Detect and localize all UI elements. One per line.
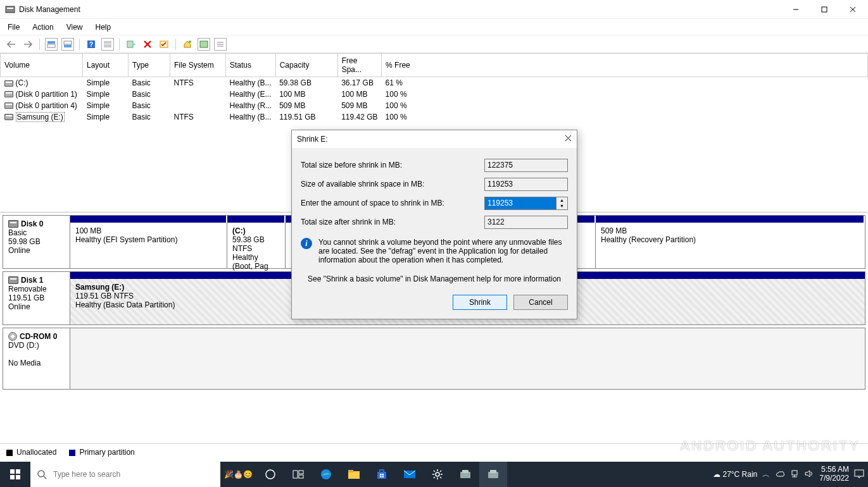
svg-rect-39 — [380, 474, 382, 476]
spinner-down-icon[interactable]: ▼ — [557, 203, 567, 209]
check-icon[interactable] — [158, 38, 170, 51]
total-after-label: Total size after shrink in MB: — [301, 218, 484, 226]
enter-amount-label: Enter the amount of space to shrink in M… — [301, 199, 484, 207]
col-pct[interactable]: % Free — [382, 54, 868, 77]
delete-icon[interactable] — [141, 38, 154, 51]
view-bottom-icon[interactable] — [61, 38, 74, 51]
dialog-close-button[interactable] — [565, 135, 572, 144]
svg-rect-41 — [380, 476, 382, 478]
svg-rect-9 — [64, 45, 72, 47]
svg-rect-56 — [490, 470, 496, 473]
col-volume[interactable]: Volume — [1, 54, 83, 77]
start-button[interactable] — [0, 462, 30, 487]
col-capacity[interactable]: Capacity — [275, 54, 337, 77]
col-layout[interactable]: Layout — [83, 54, 129, 77]
total-after-field — [484, 216, 568, 229]
volume-row[interactable]: (Disk 0 partition 1)SimpleBasicHealthy (… — [1, 89, 868, 100]
disk-0-partition[interactable]: 509 MBHealthy (Recovery Partition) — [596, 223, 865, 268]
cdrom-label: CD-ROM 0 DVD (D:) No Media — [3, 328, 70, 389]
disk-icon — [8, 220, 18, 228]
volume-row[interactable]: (Disk 0 partition 4)SimpleBasicHealthy (… — [1, 100, 868, 111]
action-icon[interactable] — [125, 38, 137, 51]
maximize-button[interactable] — [810, 0, 838, 19]
cdrom-row[interactable]: CD-ROM 0 DVD (D:) No Media — [3, 328, 865, 390]
taskbar-diskmgmt-icon[interactable] — [479, 462, 507, 487]
minimize-button[interactable] — [781, 0, 810, 19]
legend-unallocated-swatch — [6, 450, 13, 456]
disk-icon — [8, 276, 18, 284]
tray-onedrive-icon[interactable] — [775, 470, 785, 479]
svg-rect-7 — [47, 44, 55, 47]
svg-rect-6 — [47, 41, 55, 44]
shrink-amount-input[interactable] — [484, 197, 557, 210]
shrink-dialog: Shrink E: Total size before shrink in MB… — [291, 130, 577, 319]
tray-network-icon[interactable] — [790, 469, 799, 480]
spinner-up-icon[interactable]: ▲ — [557, 197, 567, 204]
taskbar-widgets-icon[interactable] — [284, 462, 312, 487]
close-button[interactable] — [838, 0, 867, 19]
taskbar-app1-icon[interactable] — [451, 462, 479, 487]
help-toolbar-icon[interactable]: ? — [85, 38, 97, 51]
shrink-amount-spinner[interactable]: ▲▼ — [557, 197, 568, 210]
volume-header-row[interactable]: Volume Layout Type File System Status Ca… — [1, 54, 868, 77]
svg-point-18 — [189, 40, 191, 43]
svg-rect-32 — [293, 471, 298, 478]
col-type[interactable]: Type — [129, 54, 170, 77]
list-icon[interactable] — [214, 38, 227, 51]
forward-icon[interactable] — [22, 38, 34, 51]
taskbar-settings-icon[interactable] — [424, 462, 451, 487]
menu-view[interactable]: View — [65, 22, 84, 32]
svg-rect-26 — [16, 469, 20, 474]
disk-0-partition[interactable]: (C:)59.38 GB NTFSHealthy (Boot, Pag — [227, 223, 286, 268]
weather-widget[interactable]: ☁ 27°C Rain — [713, 470, 757, 479]
col-free[interactable]: Free Spa... — [337, 54, 381, 77]
window-title: Disk Management — [19, 5, 80, 14]
tray-clock[interactable]: 5:56 AM 7/9/2022 — [819, 465, 849, 483]
taskbar-explorer-icon[interactable] — [340, 462, 368, 487]
search-box[interactable]: Type here to search — [30, 462, 220, 487]
taskbar-mail-icon[interactable] — [396, 462, 424, 487]
col-fs[interactable]: File System — [170, 54, 226, 77]
menu-action[interactable]: Action — [31, 22, 54, 32]
cancel-button[interactable]: Cancel — [513, 295, 568, 310]
svg-rect-42 — [382, 476, 384, 478]
svg-rect-37 — [348, 470, 353, 472]
svg-rect-13 — [104, 44, 111, 47]
tray-notifications-icon[interactable] — [854, 469, 864, 480]
disk-0-partition[interactable]: 100 MBHealthy (EFI System Partition) — [70, 223, 227, 268]
dialog-title-bar[interactable]: Shrink E: — [292, 130, 577, 148]
back-icon[interactable] — [5, 38, 18, 51]
disk-0-label: Disk 0 Basic 59.98 GB Online — [3, 216, 70, 268]
cdrom-icon — [8, 332, 17, 341]
volume-row[interactable]: (C:)SimpleBasicNTFSHealthy (B...59.38 GB… — [1, 77, 868, 89]
taskbar-taskview-icon[interactable] — [256, 462, 284, 487]
svg-point-31 — [266, 470, 275, 479]
tray-chevron-up-icon[interactable]: ︿ — [762, 469, 770, 480]
svg-rect-57 — [792, 471, 797, 475]
col-status[interactable]: Status — [226, 54, 276, 77]
properties-icon[interactable] — [198, 38, 210, 51]
legend: Unallocated Primary partition — [0, 443, 868, 460]
svg-line-30 — [44, 476, 46, 479]
help-text: See "Shrink a basic volume" in Disk Mana… — [301, 274, 568, 283]
svg-line-51 — [440, 471, 441, 472]
taskbar[interactable]: Type here to search 🎉🎂😊 ☁ 27°C Rain ︿ 5:… — [0, 462, 868, 487]
menu-help[interactable]: Help — [94, 22, 113, 32]
svg-rect-25 — [10, 469, 15, 474]
svg-rect-19 — [200, 41, 208, 47]
volume-icon — [4, 91, 13, 97]
taskbar-store-icon[interactable] — [368, 462, 396, 487]
system-tray[interactable]: ☁ 27°C Rain ︿ 5:56 AM 7/9/2022 — [713, 465, 868, 483]
home-icon[interactable] — [181, 38, 194, 51]
view-top-icon[interactable] — [45, 38, 58, 51]
dialog-title: Shrink E: — [297, 135, 328, 144]
volume-icon — [4, 102, 13, 109]
taskbar-emoji-icon[interactable]: 🎉🎂😊 — [220, 462, 256, 487]
taskbar-edge-icon[interactable] — [312, 462, 340, 487]
refresh-panels-icon[interactable] — [101, 38, 114, 51]
search-placeholder-text: Type here to search — [53, 470, 120, 479]
volume-row[interactable]: Samsung (E:)SimpleBasicNTFSHealthy (B...… — [1, 111, 868, 123]
menu-file[interactable]: File — [6, 22, 21, 32]
tray-volume-icon[interactable] — [804, 469, 814, 480]
shrink-button[interactable]: Shrink — [453, 295, 507, 310]
